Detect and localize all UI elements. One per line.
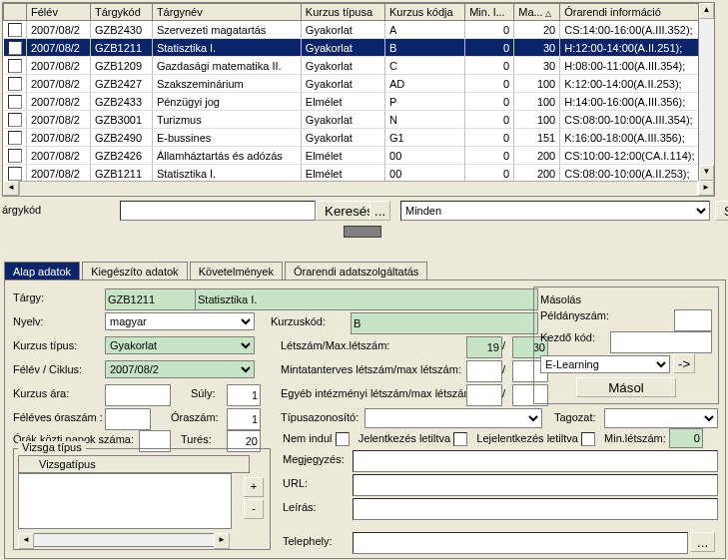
kezdokod-field[interactable] — [610, 331, 712, 353]
cell: H:08:00-11:00(A.III.354); — [560, 57, 714, 75]
filter-select[interactable]: Minden — [400, 201, 710, 221]
table-row[interactable]: 2007/08/2GZB1211Statisztika I.GyakorlatB… — [4, 39, 714, 57]
minletszam-label: Min.létszám: — [604, 432, 666, 444]
kurzustipus-select[interactable]: Gyakorlat — [105, 336, 255, 354]
col-header[interactable]: Kurzus kódja — [385, 4, 465, 21]
vertical-scrollbar[interactable]: ▲ ▼ — [698, 3, 714, 181]
cell: CS:10:00-12:00(CA.I.114); — [560, 147, 714, 165]
oraszam-label: Óraszám: — [171, 411, 219, 423]
vizsga-add-button[interactable]: + — [244, 477, 264, 497]
feleves-field[interactable] — [105, 408, 151, 430]
scroll-up-button[interactable]: ▲ — [699, 3, 714, 19]
cell: 2007/08/2 — [27, 165, 91, 183]
vizsga-hscroll[interactable]: ◄ ► — [18, 533, 230, 547]
row-checkbox[interactable] — [8, 59, 22, 73]
leiras-field[interactable] — [353, 498, 718, 520]
row-checkbox[interactable] — [8, 41, 22, 55]
search-input[interactable] — [120, 201, 316, 221]
telephely-browse-button[interactable]: ... — [690, 532, 715, 552]
kezdokod-label: Kezdő kód: — [540, 331, 595, 343]
oraszam-field[interactable] — [227, 408, 261, 430]
col-header[interactable]: Kurzus típusa — [301, 4, 384, 21]
col-header[interactable]: Ma... △ — [514, 4, 560, 21]
cell: GZB1211 — [90, 165, 152, 183]
col-header[interactable]: Félév — [27, 4, 91, 21]
table-row[interactable]: 2007/08/2GZB2426Államháztartás és adózás… — [4, 147, 714, 165]
url-field[interactable] — [353, 474, 718, 496]
vizsga-column-header[interactable]: Vizsgatípus — [18, 455, 250, 473]
hscroll-thumb[interactable] — [19, 181, 698, 196]
cell: GZB1211 — [90, 39, 152, 57]
masol-button[interactable]: Másol — [576, 377, 676, 397]
row-checkbox[interactable] — [8, 95, 22, 109]
scroll-right-button[interactable]: ► — [698, 181, 714, 196]
telephely-field[interactable] — [353, 532, 688, 554]
cell: 0 — [465, 165, 514, 183]
nemindul-checkbox[interactable] — [336, 432, 350, 446]
kurzusara-field[interactable] — [105, 384, 171, 406]
cell: 2007/08/2 — [27, 129, 91, 147]
elearning-select[interactable]: E-Learning — [540, 355, 670, 373]
tab-orarendi[interactable]: Órarendi adatszolgáltatás — [285, 262, 427, 280]
copy-box: Másolás Példányszám: Kezdő kód: E-Learni… — [533, 286, 719, 404]
vscroll-track[interactable] — [34, 533, 214, 547]
col-header[interactable]: Tárgykód — [90, 4, 152, 21]
jelentkezes-checkbox[interactable] — [453, 432, 467, 446]
cell: 0 — [465, 147, 514, 165]
tab-alap-adatok[interactable]: Alap adatok — [4, 262, 80, 280]
lejelentkezes-checkbox[interactable] — [581, 432, 595, 446]
cell — [4, 111, 27, 129]
minta-a-field — [466, 360, 502, 382]
col-header[interactable] — [4, 4, 27, 21]
table-row[interactable]: 2007/08/2GZB3001TurizmusGyakorlatN0100CS… — [4, 111, 714, 129]
col-header[interactable]: Tárgynév — [152, 4, 301, 21]
peldanyszam-field[interactable] — [674, 309, 712, 331]
vscroll-left-button[interactable]: ◄ — [18, 533, 34, 549]
scroll-down-button[interactable]: ▼ — [699, 165, 714, 181]
vscroll-right-button[interactable]: ► — [214, 533, 230, 549]
tipusazonosito-label: Típusazonosító: — [281, 411, 359, 423]
table-row[interactable]: 2007/08/2GZB1209Gazdasági matematika II.… — [4, 57, 714, 75]
table-row[interactable]: 2007/08/2GZB2490E-bussinesGyakorlatG1015… — [4, 129, 714, 147]
tagozat-select[interactable] — [604, 408, 718, 428]
splitter-grip[interactable] — [344, 226, 381, 238]
row-checkbox[interactable] — [8, 149, 22, 163]
row-checkbox[interactable] — [8, 131, 22, 145]
cell: A — [385, 21, 465, 39]
megjegyzes-field[interactable] — [353, 450, 718, 472]
cell: 30 — [514, 57, 560, 75]
tab-kovetelmenyek[interactable]: Követelmények — [190, 262, 283, 280]
table-row[interactable]: 2007/08/2GZB1211Statisztika I.Elmélet000… — [4, 165, 714, 183]
table-row[interactable]: 2007/08/2GZB2430Szervezeti magatartásGya… — [4, 21, 714, 39]
tipusazonosito-select[interactable] — [364, 408, 542, 428]
vizsga-remove-button[interactable]: - — [244, 499, 264, 519]
course-table[interactable]: FélévTárgykódTárgynévKurzus típusaKurzus… — [2, 2, 715, 182]
minletszam-field[interactable] — [669, 428, 703, 448]
table-row[interactable]: 2007/08/2GZB2433Pénzügyi jogElméletP0100… — [4, 93, 714, 111]
felev-select[interactable]: 2007/08/2 — [105, 360, 255, 378]
row-checkbox[interactable] — [8, 113, 22, 127]
cell: 200 — [514, 147, 560, 165]
cell: 2007/08/2 — [27, 147, 91, 165]
cell: H:14:00-16:00(A.III.356); — [560, 93, 714, 111]
horizontal-scrollbar[interactable]: ◄ ► — [2, 181, 715, 197]
kurzuskod-field[interactable] — [351, 312, 538, 334]
suly-field[interactable] — [227, 384, 261, 406]
table-row[interactable]: 2007/08/2GZB2427SzakszemináriumGyakorlat… — [4, 75, 714, 93]
search-more-button[interactable]: ... — [369, 201, 390, 221]
tab-bar: Alap adatok Kiegészíto adatok Követelmén… — [4, 262, 443, 281]
cell: 0 — [465, 21, 514, 39]
row-checkbox[interactable] — [8, 77, 22, 91]
col-header[interactable]: Órarendi információ — [560, 4, 714, 21]
cell: Gyakorlat — [301, 111, 384, 129]
vizsga-list[interactable] — [18, 473, 232, 529]
scroll-left-button[interactable]: ◄ — [3, 181, 19, 196]
filter-button[interactable]: Szűré — [715, 201, 728, 221]
tab-kiegeszito[interactable]: Kiegészíto adatok — [82, 262, 187, 280]
col-header[interactable]: Min. l... — [465, 4, 514, 21]
row-checkbox[interactable] — [8, 23, 22, 37]
nyelv-select[interactable]: magyar — [105, 312, 255, 330]
elearning-go-button[interactable]: -> — [673, 353, 695, 373]
row-checkbox[interactable] — [8, 167, 22, 181]
scroll-track[interactable] — [699, 19, 714, 165]
